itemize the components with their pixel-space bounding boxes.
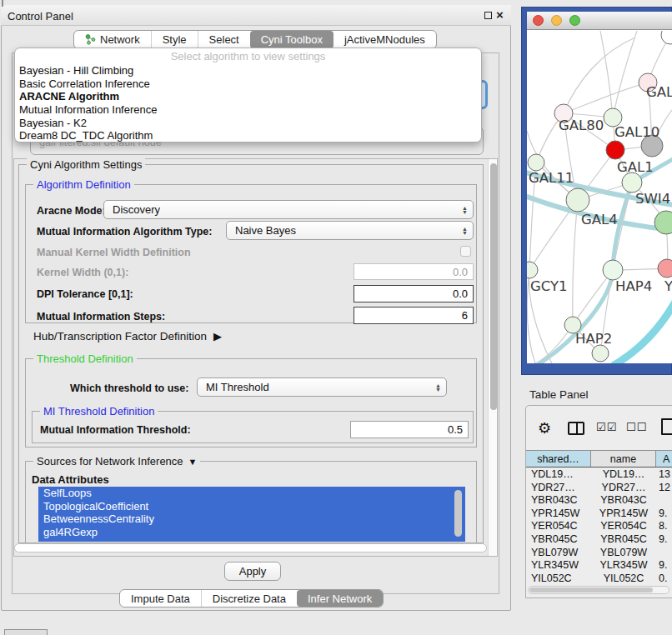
node-label: GAL1 bbox=[617, 159, 654, 175]
mi-steps-label: Mutual Information Steps: bbox=[37, 311, 165, 322]
mi-threshold-field[interactable]: 0.5 bbox=[350, 421, 469, 438]
mi-algorithm-type-label: Mutual Information Algorithm Type: bbox=[37, 226, 212, 238]
attribute-item-selected[interactable]: SelfLoops bbox=[38, 487, 465, 500]
combo-stepper-icon: ▲▼ bbox=[462, 227, 468, 235]
top-left-partial-mark bbox=[2, 0, 3, 7]
manual-kernel-width-checkbox[interactable] bbox=[460, 246, 471, 257]
window-zoom-button[interactable] bbox=[569, 15, 580, 26]
algorithm-option[interactable]: Mutual Information Inference bbox=[15, 103, 481, 117]
window-close-button[interactable] bbox=[533, 15, 544, 26]
column-header-shared-name[interactable]: shared… bbox=[526, 451, 591, 467]
mi-threshold-label: Mutual Information Threshold: bbox=[40, 424, 191, 436]
tab-style[interactable]: Style bbox=[151, 31, 198, 48]
tab-network[interactable]: Network bbox=[74, 31, 151, 48]
column-view-icon[interactable] bbox=[568, 422, 584, 435]
node-label: GAL4 bbox=[581, 212, 618, 228]
cyni-bottom-tabbar: Impute Data Discretize Data Infer Networ… bbox=[119, 589, 384, 608]
tab-impute-data[interactable]: Impute Data bbox=[120, 590, 201, 607]
algorithm-option[interactable]: Bayesian - Hill Climbing bbox=[15, 64, 481, 78]
attribute-item-selected[interactable]: TopologicalCoefficient bbox=[38, 500, 465, 513]
list-scrollbar-thumb[interactable] bbox=[454, 490, 462, 537]
node-label: GAL11 bbox=[529, 170, 574, 186]
node-label: GAL bbox=[646, 84, 672, 100]
node-label: GCY1 bbox=[530, 278, 568, 294]
which-threshold-combo[interactable]: MI Threshold ▲▼ bbox=[197, 378, 447, 397]
table-row[interactable]: YPR145WYPR145W9. bbox=[526, 508, 672, 521]
node-label: SWI4 bbox=[635, 191, 670, 207]
data-attributes-list: SelfLoops TopologicalCoefficient Between… bbox=[38, 487, 465, 542]
network-node-hap4[interactable] bbox=[603, 260, 623, 280]
network-node-gcy1[interactable] bbox=[527, 262, 538, 278]
table-body: YDL19…YDL19…13 YDR27…YDR27…12 YBR043CYBR… bbox=[526, 468, 672, 582]
settings-vertical-scrollbar-thumb[interactable] bbox=[490, 163, 497, 410]
close-window-icon[interactable]: × bbox=[496, 8, 504, 22]
deselect-all-columns-icon[interactable]: ☐☐ bbox=[626, 421, 647, 433]
network-window-titlebar bbox=[527, 12, 672, 30]
table-row[interactable]: YIL052CYIL052C0. bbox=[526, 572, 672, 582]
control-panel-titlebar bbox=[1, 5, 511, 26]
select-all-columns-icon[interactable]: ☑☑ bbox=[596, 421, 617, 433]
table-panel-title: Table Panel bbox=[529, 388, 589, 401]
mi-algorithm-type-combo[interactable]: Naive Bayes ▲▼ bbox=[226, 221, 474, 240]
table-row[interactable]: YDR27…YDR27…12 bbox=[526, 482, 672, 495]
algorithm-option-selected[interactable]: ARACNE Algorithm bbox=[15, 90, 481, 103]
settings-vertical-scrollbar[interactable] bbox=[488, 159, 497, 556]
aracne-mode-value: Discovery bbox=[113, 203, 160, 216]
aracne-mode-label: Aracne Mode: bbox=[37, 205, 106, 217]
apply-button[interactable]: Apply bbox=[224, 562, 281, 581]
dpi-tolerance-label: DPI Tolerance [0,1]: bbox=[37, 288, 133, 300]
tab-infer-network[interactable]: Infer Network bbox=[297, 590, 383, 607]
tab-select[interactable]: Select bbox=[198, 31, 250, 48]
table-scrollbar-thumb[interactable] bbox=[529, 588, 653, 592]
attribute-item-selected[interactable]: gal4RGexp bbox=[38, 526, 465, 539]
algorithm-option[interactable]: Dream8 DC_TDC Algorithm bbox=[15, 129, 481, 142]
network-node-swi4[interactable] bbox=[622, 172, 642, 192]
table-row[interactable]: YDL19…YDL19…13 bbox=[526, 468, 672, 482]
cyni-algorithm-settings-title: Cyni Algorithm Settings bbox=[27, 158, 145, 171]
table-row[interactable]: YLR345WYLR345W9. bbox=[526, 559, 672, 572]
aracne-mode-combo[interactable]: Discovery ▲▼ bbox=[103, 200, 474, 219]
mi-steps-field[interactable]: 6 bbox=[354, 307, 474, 324]
network-node-salmon[interactable] bbox=[658, 259, 672, 278]
window-minimize-button[interactable] bbox=[551, 15, 562, 26]
float-window-icon[interactable] bbox=[484, 12, 492, 19]
hub-definition-section[interactable]: Hub/Transcription Factor Definition ▶ bbox=[33, 330, 222, 342]
network-node-gal11[interactable] bbox=[528, 154, 544, 171]
column-header-name[interactable]: name bbox=[591, 451, 656, 467]
gear-icon[interactable]: ⚙ bbox=[538, 419, 551, 438]
table-row[interactable]: YBL079WYBL079W bbox=[526, 547, 672, 560]
tab-network-label: Network bbox=[100, 33, 140, 46]
combo-stepper-icon: ▲▼ bbox=[435, 383, 441, 392]
algorithm-definition-title: Algorithm Definition bbox=[33, 178, 134, 191]
new-table-icon[interactable] bbox=[661, 418, 672, 435]
attribute-item-selected[interactable]: BetweennessCentrality bbox=[38, 512, 465, 526]
mi-threshold-group-title: MI Threshold Definition bbox=[40, 405, 158, 418]
kernel-width-field[interactable]: 0.0 bbox=[354, 263, 474, 280]
network-window-inner: GAL GAL80 GAL10 GAL1 GAL11 SWI4 GAL4 GCY… bbox=[527, 12, 672, 363]
collapse-arrow-icon[interactable]: ▼ bbox=[188, 457, 198, 467]
column-header-partial[interactable]: A bbox=[656, 451, 672, 467]
tab-cyni-toolbox[interactable]: Cyni Toolbox bbox=[250, 31, 333, 48]
table-row[interactable]: YBR043CYBR043C bbox=[526, 494, 672, 508]
expand-arrow-icon[interactable]: ▶ bbox=[213, 330, 222, 342]
dpi-tolerance-field[interactable]: 0.0 bbox=[354, 285, 474, 302]
network-node[interactable] bbox=[592, 345, 609, 362]
which-threshold-label: Which threshold to use: bbox=[70, 382, 188, 394]
algorithm-option[interactable]: Basic Correlation Inference bbox=[15, 78, 481, 91]
tab-jactivemnodules[interactable]: jActiveMNodules bbox=[333, 31, 436, 48]
network-node-gal4[interactable] bbox=[566, 188, 589, 212]
tab-discretize-data[interactable]: Discretize Data bbox=[201, 590, 297, 607]
network-node-gal1-selected[interactable] bbox=[606, 141, 624, 159]
control-panel-tabbar: Network Style Select Cyni Toolbox jActiv… bbox=[73, 30, 437, 49]
table-horizontal-scrollbar[interactable] bbox=[528, 586, 669, 594]
sources-group-title: Sources for Network Inference bbox=[37, 455, 183, 468]
mi-algorithm-type-value: Naive Bayes bbox=[235, 224, 296, 237]
table-row[interactable]: YER054CYER054C8. bbox=[526, 520, 672, 533]
network-icon bbox=[85, 34, 96, 45]
network-canvas[interactable]: GAL GAL80 GAL10 GAL1 GAL11 SWI4 GAL4 GCY… bbox=[527, 31, 672, 363]
network-node[interactable] bbox=[661, 31, 672, 44]
table-row[interactable]: YBR045CYBR045C9. bbox=[526, 533, 672, 547]
combo-stepper-icon: ▲▼ bbox=[462, 206, 468, 214]
settings-horizontal-scrollbar[interactable] bbox=[14, 543, 487, 552]
algorithm-option[interactable]: Bayesian - K2 bbox=[15, 117, 481, 130]
